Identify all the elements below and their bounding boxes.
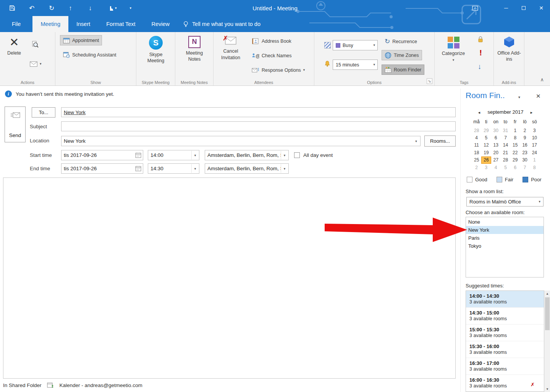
redo-button[interactable]: ↻ [49,5,56,11]
tab-insert[interactable]: Insert [68,16,98,32]
maximize-button[interactable] [515,0,532,16]
move-down-button[interactable]: ↓ [89,5,95,11]
skype-meeting-button[interactable]: S Skype Meeting [140,34,171,66]
tab-review[interactable]: Review [144,16,178,32]
start-time-combobox[interactable]: 14:00 ▾ [148,150,199,160]
reminder-combobox[interactable]: 15 minutes ▾ [333,60,378,70]
calendar-day[interactable]: 28 [501,156,510,164]
suggested-time-item[interactable]: 14:30 - 15:003 available rooms [466,308,544,324]
calendar-day[interactable]: 25 [472,156,481,164]
calendar-day[interactable]: 31 [501,127,510,134]
scroll-down-icon[interactable]: ▼ [544,386,550,392]
room-list-item[interactable]: New York [466,226,544,234]
calendar-day[interactable]: 7 [501,134,510,141]
suggested-time-item[interactable]: 15:00 - 15:303 available rooms [466,324,544,341]
tab-meeting[interactable]: Meeting [32,16,68,32]
cancel-invitation-button[interactable]: ✗ Cancel Invitation [218,35,243,62]
minimize-button[interactable]: ─ [497,0,515,16]
calendar-day[interactable]: 1 [530,156,539,164]
calendar-day[interactable]: 2 [472,164,481,171]
room-list-item[interactable]: None [466,218,544,226]
message-body[interactable] [3,177,456,379]
calendar-day[interactable]: 5 [501,164,510,171]
high-importance-button[interactable]: ! [479,48,482,57]
calendar-day[interactable]: 8 [510,134,520,141]
calendar-day[interactable]: 21 [501,149,510,156]
save-button[interactable] [9,5,16,11]
check-names-button[interactable]: @ Check Names [249,50,295,61]
end-date-field[interactable]: tis 2017-09-26 [61,163,143,174]
calendar-day[interactable]: 1 [510,127,520,134]
calendar-day[interactable]: 15 [510,142,520,149]
calendar-day[interactable]: 28 [472,127,481,134]
scheduling-assistant-button[interactable]: Scheduling Assistant [60,50,119,60]
date-picker-icon[interactable] [135,166,141,171]
calendar-day[interactable]: 27 [491,156,501,164]
calendar-day[interactable]: 2 [520,127,529,134]
magnifier-button[interactable] [28,39,42,49]
calendar-day[interactable]: 24 [530,149,539,156]
time-zones-button[interactable]: Time Zones [382,50,422,60]
appointment-button[interactable]: Appointment [60,35,102,45]
collapse-ribbon-button[interactable]: ∧ [540,77,544,82]
calendar-day[interactable]: 18 [472,149,481,156]
suggested-time-item[interactable]: 16:00 - 16:303 available rooms✗ [466,375,544,392]
calendar-day[interactable]: 11 [472,142,481,149]
to-button[interactable]: To... [32,107,55,118]
touch-mode-button[interactable]: ▾ [108,5,117,11]
calendar-day[interactable]: 16 [520,142,529,149]
panel-chevron-down-icon[interactable]: ▾ [518,95,520,99]
rooms-button[interactable]: Rooms... [424,136,456,147]
calendar-day[interactable]: 26 [481,156,491,164]
calendar-day[interactable]: 3 [481,164,491,171]
show-as-combobox[interactable]: Busy ▾ [333,40,378,50]
calendar-day[interactable]: 20 [491,149,501,156]
chevron-down-icon[interactable]: ▾ [281,151,288,160]
move-up-button[interactable]: ↑ [69,5,76,11]
chevron-down-icon[interactable]: ▾ [412,137,420,145]
calendar-day[interactable]: 4 [491,164,501,171]
calendar-day[interactable]: 14 [501,142,510,149]
customize-qat-button[interactable]: ▾ [130,6,137,10]
calendar-day[interactable]: 3 [530,127,539,134]
calendar-day[interactable]: 4 [472,134,481,141]
office-addins-button[interactable]: Office Add-ins [496,34,522,64]
calendar-day[interactable]: 10 [530,134,539,141]
end-time-combobox[interactable]: 14:30 ▾ [148,163,199,174]
calendar-day[interactable]: 5 [481,134,491,141]
subject-field[interactable] [61,121,456,131]
calendar-day[interactable]: 13 [491,142,501,149]
scrollbar-thumb[interactable] [545,297,550,330]
address-book-button[interactable]: Address Book [249,36,294,46]
calendar-day[interactable]: 19 [481,149,491,156]
private-lock-icon[interactable] [477,36,484,43]
calendar-day[interactable]: 9 [520,134,529,141]
send-button[interactable]: Send [5,106,26,142]
room-list-item[interactable]: Paris [466,234,544,242]
room-finder-button[interactable]: Room Finder [382,65,424,75]
chevron-down-icon[interactable]: ▾ [281,164,288,173]
calendar-folder-label[interactable]: Kalender - andreas@getmeetio.com [60,382,142,388]
tab-format-text[interactable]: Format Text [98,16,143,32]
scroll-up-icon[interactable]: ▲ [544,290,550,297]
chevron-down-icon[interactable]: ▾ [191,151,199,160]
calendar-day[interactable]: 12 [481,142,491,149]
date-picker-icon[interactable] [135,152,141,158]
room-list-item[interactable]: Tokyo [466,242,544,250]
tab-file[interactable]: File [0,16,32,32]
calendar-day[interactable]: 29 [510,156,520,164]
suggested-times-scrollbar[interactable]: ▲ ▼ [544,290,550,392]
suggested-time-item[interactable]: 15:30 - 16:003 available rooms [466,341,544,358]
delete-button[interactable]: ✕ Delete [3,35,25,58]
categorize-button[interactable]: Categorize ▾ [438,35,468,63]
chevron-down-icon[interactable]: ▾ [191,164,199,173]
panel-close-icon[interactable]: ✕ [536,93,541,100]
end-timezone-combobox[interactable]: Amsterdam, Berlin, Bern, Rom, St ▾ [205,163,289,174]
calendar-day[interactable]: 29 [481,127,491,134]
calendar-day[interactable]: 6 [510,164,520,171]
calendar-day[interactable]: 30 [520,156,529,164]
room-list-dropdown[interactable]: Rooms in Malmö Office ▾ [466,197,544,206]
meeting-notes-button[interactable]: N Meeting Notes [178,34,210,64]
calendar-day[interactable]: 7 [520,164,529,171]
all-day-checkbox[interactable] [294,152,300,158]
